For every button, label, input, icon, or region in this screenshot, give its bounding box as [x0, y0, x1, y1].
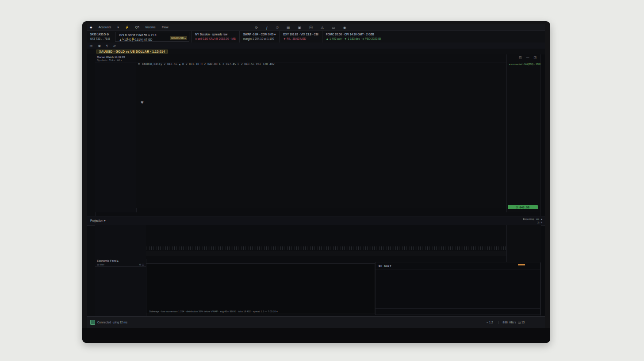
volume-status-line: Sideways · low momentum 1.254 · distribu…: [149, 310, 372, 313]
quote-section: SWAP -0.84 · COM 0.00 ▾margin 1 204.10 a…: [239, 31, 280, 42]
left-tool-strip: [87, 54, 96, 319]
symbol-ticker[interactable]: XAUUSD · GOLD vs US DOLLAR · 1.15.014: [96, 50, 168, 54]
quote-line-1: 5430 1430.5 ⚙: [90, 32, 110, 37]
chart-toolbar: ≔◉¶▱: [87, 42, 545, 49]
ohlc-readout: ⟳ XAUUSD,Daily 2 043.55 ▲ O 2 031.10 H 2…: [138, 62, 275, 68]
menu-icon[interactable]: ƒ: [266, 26, 268, 30]
menu-icon[interactable]: ◉: [343, 26, 346, 30]
tool-icon[interactable]: ≔: [89, 44, 93, 48]
oscillator-side-panel: [506, 225, 541, 263]
corner-widget[interactable]: ◲ 13: [518, 321, 525, 324]
vertical-scrollbar[interactable]: [540, 54, 545, 316]
highlight-bar: [518, 264, 525, 265]
menu-icon[interactable]: ▭: [332, 26, 335, 30]
menu-icon[interactable]: ⏱: [276, 26, 279, 30]
chart-tabs: [136, 54, 506, 62]
quote-line-1: FOMC 20:00 · CPI 14:30 GMT · 2 GZB: [326, 32, 381, 37]
chart-marker-icon: ✻: [141, 100, 144, 104]
monitor-bezel: ◆ Accounts▾⚡Q5IncomeFlow ⟳ƒ⏱▦▣Ⓐ⚠▭◉ 5430 …: [82, 21, 550, 343]
menu-icon[interactable]: Ⓐ: [309, 26, 313, 30]
heatmap-footer: [376, 308, 540, 315]
menu-items: Accounts▾⚡Q5IncomeFlow: [95, 26, 171, 29]
heatmap-title[interactable]: 5m · Kind ▾: [379, 265, 391, 267]
toolbar-label[interactable]: Projection ▾: [90, 219, 105, 223]
news-feed-panel: Economic Feed ▸ ⊞ filter⚙ ◫: [95, 259, 146, 319]
autoscroll-state: Expecting · on · ▴: [523, 218, 542, 220]
menu-icon[interactable]: ▦: [287, 26, 290, 30]
market-watch-tabs[interactable]: Symbols · Ticks · All ▾: [95, 58, 136, 62]
mini-sparkline: [118, 38, 138, 40]
menu-bar: ◆ Accounts▾⚡Q5IncomeFlow ⟳ƒ⏱▦▣Ⓐ⚠▭◉: [87, 24, 545, 31]
menu-icon[interactable]: ⟳: [255, 26, 258, 30]
quote-strip: 5430 1430.5 ⚙643 T33 ◡ 75.8GOLD SPOT 2 0…: [87, 31, 545, 43]
quote-line-2: 643 T33 ◡ 75.8: [90, 37, 110, 41]
app-logo: ◆: [90, 26, 92, 29]
indicator-toolbar: Projection ▾ Expecting · on · ▴ 2 / 4: [87, 216, 545, 226]
data-rate: 888 KB/s: [502, 321, 516, 324]
page-counter: 2 / 4: [537, 221, 542, 224]
quote-line-2: ▲ 1 402 adv · ▼ 1 183 dec · ● PBD 2023 B…: [326, 37, 381, 41]
quote-section: DXY 103.82 · VIX 13.8 · CBI▼ P/L -38.63 …: [279, 31, 322, 42]
symbol-row: XAUUSD · GOLD vs US DOLLAR · 1.15.014: [87, 49, 545, 55]
quote-line-2: margin 1 204.10 at 1:100: [243, 37, 276, 41]
tool-icon[interactable]: ▱: [113, 44, 116, 48]
quote-section: 5430 1430.5 ⚙643 T33 ◡ 75.8: [87, 31, 113, 42]
net-label: ⌁ 1.2: [487, 321, 493, 324]
connection-status: Connected · ping 12 ms: [97, 321, 127, 324]
session-times-row: [146, 256, 506, 262]
quote-section: NY Session · spreads raw● sell 0.50 XAU …: [191, 31, 239, 42]
layout-icons[interactable]: ◰ — ◳: [519, 56, 538, 59]
quote-section: FOMC 20:00 · CPI 14:30 GMT · 2 GZB▲ 1 40…: [322, 31, 384, 42]
depth-heatmap-panel[interactable]: 5m · Kind ▾: [375, 262, 540, 315]
divider: |: [498, 321, 499, 324]
main-chart-panel: ⟳ XAUUSD,Daily 2 043.55 ▲ O 2 031.10 H 2…: [136, 54, 506, 208]
menu-item[interactable]: Flow: [162, 26, 169, 29]
menu-item[interactable]: Accounts: [98, 26, 111, 29]
menu-item[interactable]: Income: [146, 26, 156, 29]
monitor-stand-bar: [82, 328, 550, 343]
menu-icon-group: ⟳ƒ⏱▦▣Ⓐ⚠▭◉: [251, 25, 350, 30]
quote-line-1: SWAP -0.84 · COM 0.00 ▾: [243, 32, 276, 37]
news-panel-title[interactable]: Economic Feed ▸: [95, 259, 146, 263]
heatmap-header: 5m · Kind ▾: [376, 262, 540, 269]
menu-icon[interactable]: ▣: [298, 26, 302, 30]
connection-icon: [90, 320, 95, 325]
status-bar: Connected · ping 12 ms ⌁ 1.2 | 888 KB/s …: [87, 316, 545, 328]
order-ticket-panel: [95, 225, 146, 259]
news-panel-header[interactable]: ⊞ filter⚙ ◫: [95, 263, 146, 267]
candlestick-chart[interactable]: [136, 68, 506, 208]
quote-line-2: ▼ P/L -38.63 USD: [283, 37, 318, 41]
menu-icon[interactable]: ⚠: [321, 26, 324, 30]
quote-section: GOLD SPOT 2 043.55 ⊙ 71.8▲ +12.40 (+0.61…: [115, 32, 189, 42]
tool-icon[interactable]: ◉: [98, 44, 101, 48]
market-watch: Market Watch 14:32:05 Symbols · Ticks · …: [95, 54, 137, 212]
menu-item[interactable]: ⚡: [125, 26, 129, 29]
quote-line-1: NY Session · spreads raw: [195, 32, 235, 37]
price-axis[interactable]: ◰ — ◳ ● connected · MA(200) · 100M 2 043…: [506, 54, 541, 212]
quote-line-2: ● sell 0.50 XAU @ 2052.00 · MB: [195, 37, 235, 41]
menu-item[interactable]: ▾: [117, 26, 119, 29]
menu-item[interactable]: Q5: [135, 26, 139, 29]
volume-panel[interactable]: Sideways · low momentum 1.254 · distribu…: [146, 263, 375, 314]
tick-dots: [146, 246, 506, 250]
quote-pill[interactable]: GOLD/USD ▸: [170, 36, 188, 40]
tool-icon[interactable]: ¶: [106, 44, 108, 48]
oscillator-panel[interactable]: [146, 225, 506, 256]
connection-label: ● connected · MA(200) · 100M: [509, 63, 541, 65]
market-watch-title: Market Watch 14:32:05: [95, 54, 136, 58]
current-price-tag: 2 043.55: [508, 205, 538, 209]
toolbar-right-box: Expecting · on · ▴ 2 / 4: [504, 217, 545, 225]
quote-line-1: DXY 103.82 · VIX 13.8 · CBI: [283, 32, 318, 37]
app-window: ◆ Accounts▾⚡Q5IncomeFlow ⟳ƒ⏱▦▣Ⓐ⚠▭◉ 5430 …: [87, 24, 545, 330]
